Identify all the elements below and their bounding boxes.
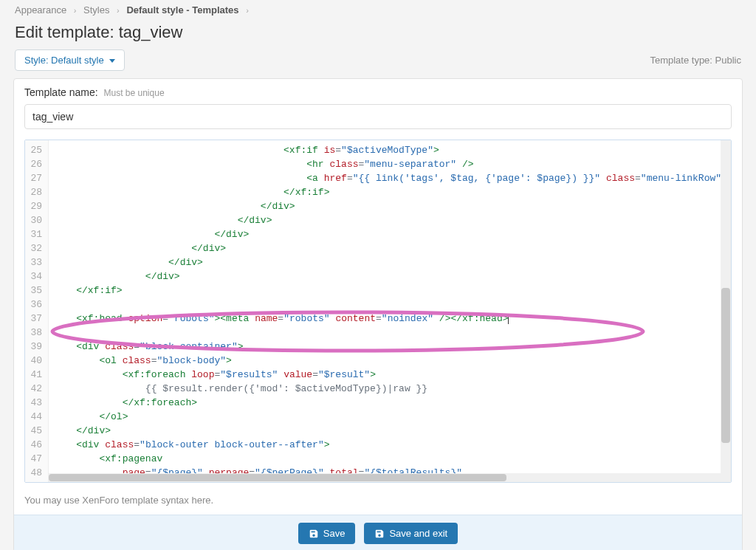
vertical-scrollbar-track[interactable] xyxy=(721,140,731,482)
chevron-right-icon: › xyxy=(246,6,249,15)
code-line[interactable]: </div> xyxy=(53,213,731,227)
save-and-exit-button[interactable]: Save and exit xyxy=(364,523,458,544)
breadcrumb-item-current[interactable]: Default style - Templates xyxy=(126,4,238,16)
code-line[interactable]: <a href="{{ link('tags', $tag, {'page': … xyxy=(53,171,731,185)
style-selector-button[interactable]: Style: Default style xyxy=(15,49,125,71)
code-line[interactable] xyxy=(53,326,731,340)
code-line[interactable]: </ol> xyxy=(53,410,731,424)
code-line[interactable]: <ol class="block-body"> xyxy=(53,354,731,368)
footer-bar: Save Save and exit xyxy=(14,515,742,550)
code-line[interactable]: </xf:foreach> xyxy=(53,396,731,410)
code-editor[interactable]: 2526272829303132333435363738394041424344… xyxy=(24,140,732,483)
template-name-label: Template name: Must be unique xyxy=(14,79,742,98)
save-icon xyxy=(309,529,319,539)
template-name-input[interactable] xyxy=(24,104,732,129)
breadcrumb: Appearance › Styles › Default style - Te… xyxy=(0,0,756,20)
chevron-right-icon: › xyxy=(74,6,77,15)
code-line[interactable]: </div> xyxy=(53,241,731,255)
code-line[interactable]: </div> xyxy=(53,269,731,283)
code-line[interactable]: {{ $result.render({'mod': $activeModType… xyxy=(53,382,731,396)
code-line[interactable]: </xf:if> xyxy=(53,185,731,199)
code-line[interactable] xyxy=(53,298,731,312)
breadcrumb-item[interactable]: Styles xyxy=(83,4,109,16)
code-line[interactable]: <xf:head option="robots"><meta name="rob… xyxy=(53,312,731,326)
code-line[interactable]: <div class="block-outer block-outer--aft… xyxy=(53,438,731,452)
chevron-right-icon: › xyxy=(117,6,120,15)
code-lines[interactable]: <xf:if is="$activeModType"> <hr class="m… xyxy=(49,140,731,482)
template-type-label: Template type: Public xyxy=(650,55,741,66)
code-line[interactable]: </div> xyxy=(53,424,731,438)
code-line[interactable]: <hr class="menu-separator" /> xyxy=(53,157,731,171)
template-name-hint: Must be unique xyxy=(104,88,165,98)
code-line[interactable]: </div> xyxy=(53,255,731,269)
save-icon xyxy=(374,529,385,539)
breadcrumb-item[interactable]: Appearance xyxy=(15,4,66,16)
save-button[interactable]: Save xyxy=(298,523,356,544)
vertical-scrollbar-thumb[interactable] xyxy=(721,288,730,443)
main-block: Template name: Must be unique 2526272829… xyxy=(13,78,743,550)
code-line[interactable]: <xf:pagenav xyxy=(53,452,731,466)
caret-down-icon xyxy=(109,59,115,63)
code-line[interactable]: <xf:if is="$activeModType"> xyxy=(53,143,731,157)
code-line[interactable]: </xf:if> xyxy=(53,283,731,298)
code-line[interactable]: <xf:foreach loop="$results" value="$resu… xyxy=(53,368,731,382)
page-title: Edit template: tag_view xyxy=(0,20,756,49)
syntax-note: You may use XenForo template syntax here… xyxy=(14,490,742,515)
code-line[interactable]: </div> xyxy=(53,199,731,213)
code-line[interactable]: </div> xyxy=(53,227,731,241)
horizontal-scrollbar-thumb[interactable] xyxy=(49,474,506,481)
code-line[interactable]: <div class="block-container"> xyxy=(53,340,731,354)
line-number-gutter: 2526272829303132333435363738394041424344… xyxy=(25,140,49,482)
style-selector-label: Style: Default style xyxy=(24,55,104,66)
horizontal-scrollbar-track[interactable] xyxy=(49,473,721,482)
